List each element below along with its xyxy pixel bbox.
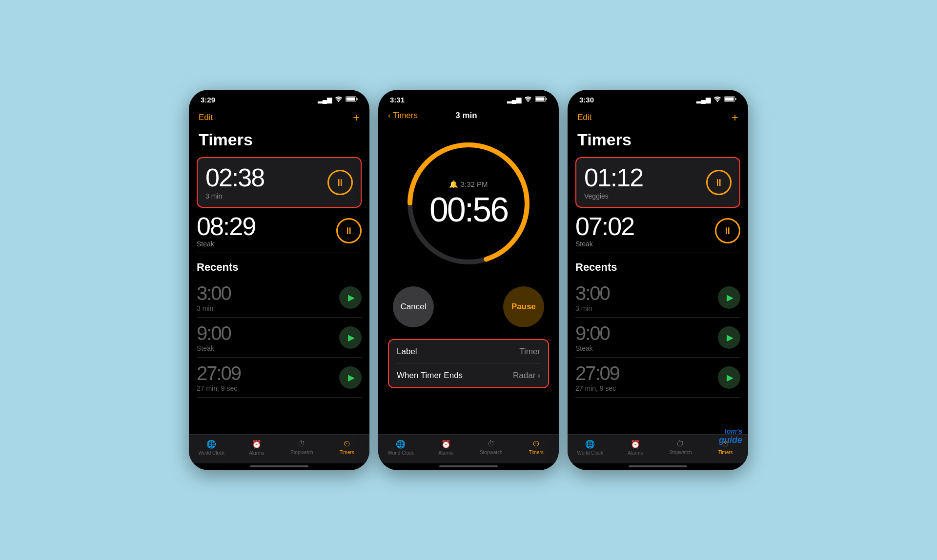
wifi-icon-3 [713, 96, 721, 103]
timer-display-3: 01:12 [584, 165, 643, 190]
pause-icon-3a: ⏸ [714, 177, 724, 188]
recent-row-1-0[interactable]: 3:00 3 min ▶ [197, 278, 362, 318]
status-icons-1: ▂▄▆ [318, 96, 358, 103]
pause-button-1[interactable]: ⏸ [327, 170, 353, 195]
svg-rect-6 [546, 98, 547, 100]
battery-icon-2 [535, 96, 547, 103]
tab-alarms-2[interactable]: ⏰ Alarms [424, 440, 469, 456]
recent-label-1-2: 27 min, 9 sec [197, 384, 241, 392]
pause-button-3b[interactable]: ⏸ [715, 218, 740, 243]
recent-time-1-1: 9:00 [197, 322, 231, 344]
tab-world-clock-3[interactable]: 🌐 World Clock [568, 440, 613, 456]
home-indicator-3 [629, 465, 687, 467]
detail-controls: Cancel Pause [388, 286, 549, 327]
recent-row-1-2[interactable]: 27:09 27 min, 9 sec ▶ [197, 358, 362, 398]
tab-world-clock-2[interactable]: 🌐 World Clock [378, 440, 424, 456]
detail-title: 3 min [455, 111, 477, 120]
tab-alarms-1[interactable]: ⏰ Alarms [234, 440, 280, 456]
pause-button-2[interactable]: ⏸ [336, 218, 362, 243]
edit-button-3[interactable]: Edit [577, 113, 591, 122]
phone-2: 3:31 ▂▄▆ [378, 90, 559, 470]
timers-icon-1: ⏲ [343, 440, 351, 448]
alarms-icon-3: ⏰ [631, 440, 640, 449]
phone-3: 3:30 ▂▄▆ [568, 90, 748, 470]
pause-icon-1: ⏸ [335, 177, 345, 188]
pause-button-3a[interactable]: ⏸ [706, 170, 732, 195]
back-label: Timers [393, 111, 418, 120]
alarms-label-1: Alarms [249, 450, 264, 456]
timer-row-label-1: Steak [197, 240, 255, 248]
tab-bar-1: 🌐 World Clock ⏰ Alarms ⏱ Stopwatch ⏲ Tim… [189, 434, 369, 463]
svg-point-0 [338, 101, 339, 102]
home-indicator-2 [439, 465, 498, 467]
recent-time-1-0: 3:00 [197, 282, 231, 304]
add-button-3[interactable]: + [732, 111, 738, 124]
screen-content-1: Edit + Timers 02:38 3 min ⏸ [189, 107, 369, 434]
tab-timers-1[interactable]: ⏲ Timers [325, 440, 370, 456]
recent-info-3-2: 27:09 27 min, 9 sec [575, 362, 619, 392]
recent-row-3-2[interactable]: 27:09 27 min, 9 sec ▶ [575, 358, 740, 398]
active-timer-info-3: 01:12 Veggies [584, 165, 643, 200]
play-button-3-1[interactable]: ▶ [718, 326, 740, 349]
recent-info-1-2: 27:09 27 min, 9 sec [197, 362, 241, 392]
recent-row-3-1[interactable]: 9:00 Steak ▶ [575, 318, 740, 358]
label-value: Timer [519, 347, 540, 357]
recent-label-3-0: 3 min [575, 304, 610, 312]
tab-stopwatch-2[interactable]: ⏱ Stopwatch [468, 440, 514, 456]
battery-icon-1 [346, 96, 358, 103]
status-bar-1: 3:29 ▂▄▆ [189, 90, 369, 107]
tab-stopwatch-1[interactable]: ⏱ Stopwatch [279, 440, 325, 456]
timer-row-display-3: 07:02 [575, 214, 634, 239]
alarms-icon-1: ⏰ [252, 440, 262, 449]
active-timer-card-1[interactable]: 02:38 3 min ⏸ [197, 157, 362, 208]
tab-world-clock-1[interactable]: 🌐 World Clock [189, 440, 234, 456]
timer-row-info-3: 07:02 Steak [575, 214, 634, 248]
signal-icon-1: ▂▄▆ [318, 96, 332, 103]
tab-timers-2[interactable]: ⏲ Timers [514, 440, 559, 456]
active-timer-card-3[interactable]: 01:12 Veggies ⏸ [575, 157, 740, 208]
timer-display-1: 02:38 [205, 165, 264, 190]
play-button-1-1[interactable]: ▶ [339, 326, 362, 349]
stopwatch-label-1: Stopwatch [290, 450, 313, 455]
pause-large-label: Pause [511, 302, 536, 312]
back-button[interactable]: ‹ Timers [388, 111, 418, 120]
add-button-1[interactable]: + [353, 111, 360, 124]
world-clock-label-1: World Clock [198, 450, 224, 456]
timer-row-info-1: 08:29 Steak [197, 214, 255, 248]
tab-stopwatch-3[interactable]: ⏱ Stopwatch [658, 440, 703, 456]
app-header-1: Edit + [189, 107, 369, 130]
timer-row-label-3: Steak [575, 240, 634, 248]
play-button-3-2[interactable]: ▶ [718, 366, 740, 389]
recent-time-3-1: 9:00 [575, 322, 610, 344]
screen-content-3: Edit + Timers 01:12 Veggies ⏸ [568, 107, 748, 434]
when-ends-option-row[interactable]: When Timer Ends Radar › [389, 364, 548, 387]
svg-point-4 [528, 101, 529, 102]
tab-alarms-3[interactable]: ⏰ Alarms [613, 440, 658, 456]
stopwatch-label-2: Stopwatch [480, 450, 503, 455]
play-button-1-2[interactable]: ▶ [339, 366, 362, 389]
countdown-display: 00:56 [429, 193, 508, 227]
play-button-3-0[interactable]: ▶ [718, 286, 740, 309]
phone-1: 3:29 ▂▄▆ [189, 90, 369, 470]
recent-row-1-1[interactable]: 9:00 Steak ▶ [197, 318, 362, 358]
timer-row-1[interactable]: 08:29 Steak ⏸ [197, 209, 362, 253]
detail-header: ‹ Timers 3 min [388, 107, 549, 130]
pause-button-large[interactable]: Pause [503, 286, 544, 327]
svg-rect-12 [735, 98, 736, 100]
edit-button-1[interactable]: Edit [199, 113, 213, 122]
play-button-1-0[interactable]: ▶ [339, 286, 362, 309]
wifi-icon-2 [524, 96, 532, 103]
recent-label-1-0: 3 min [197, 304, 231, 312]
label-option-row[interactable]: Label Timer [389, 340, 548, 363]
timers-label-3: Timers [718, 450, 733, 455]
status-time-2: 3:31 [390, 96, 405, 104]
timer-row-3[interactable]: 07:02 Steak ⏸ [575, 209, 740, 253]
recent-info-1-1: 9:00 Steak [197, 322, 231, 352]
timer-list-1: 02:38 3 min ⏸ 08:29 Steak ⏸ [189, 157, 369, 434]
cancel-button[interactable]: Cancel [393, 286, 434, 327]
when-ends-key: When Timer Ends [397, 371, 463, 380]
pause-icon-3b: ⏸ [723, 225, 733, 237]
when-ends-value: Radar › [513, 371, 540, 380]
pause-icon-2: ⏸ [344, 225, 354, 237]
recent-row-3-0[interactable]: 3:00 3 min ▶ [575, 278, 740, 318]
